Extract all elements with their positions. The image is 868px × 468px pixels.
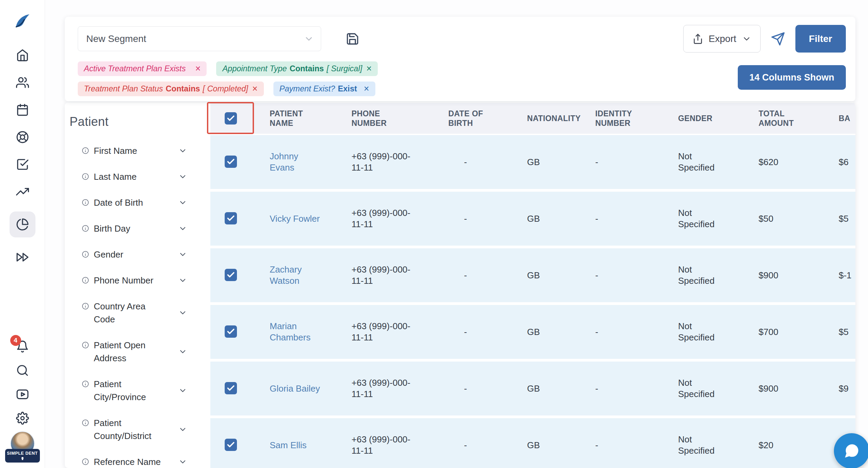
filter-field-phone-number[interactable]: Phone Number [70,267,210,293]
chip-remove-icon[interactable]: × [364,84,369,93]
row-checkbox[interactable] [225,156,237,168]
info-icon [82,341,89,349]
patient-name-link[interactable]: Marian Chambers [270,321,321,343]
nav-patients[interactable] [15,75,30,90]
chevron-down-icon [742,34,751,44]
chevron-down-icon[interactable] [178,425,187,434]
nav-tasks[interactable] [15,157,30,172]
chip-payment-exist: Payment Exist?Exist× [273,82,375,96]
save-segment-button[interactable] [346,32,359,46]
filter-field-last-name[interactable]: Last Name [70,164,210,190]
chevron-down-icon[interactable] [178,386,187,395]
filter-field-patient-city-province[interactable]: Patient City/Province [70,371,210,410]
chevron-down-icon[interactable] [178,250,187,259]
gender: Not Specified [678,207,721,230]
nav-home[interactable] [15,48,30,63]
chip-remove-icon[interactable]: × [366,64,372,73]
column-header-date-of-birth: DATE OF BIRTH [448,109,527,128]
nav-search[interactable] [15,363,30,378]
filter-field-country-area-code[interactable]: Country Area Code [70,293,210,332]
filter-field-patient-open-address[interactable]: Patient Open Address [70,332,210,371]
nav-fast-forward[interactable] [15,250,30,265]
nav-tutorials[interactable] [15,387,30,402]
filter-field-reference-name[interactable]: Reference Name [70,449,210,468]
profile-area[interactable]: SIMPLE DENT [4,431,41,468]
row-checkbox[interactable] [225,212,237,224]
chevron-down-icon[interactable] [178,224,187,233]
balance: $5 [839,213,855,224]
chip-remove-icon[interactable]: × [195,64,201,73]
table-row[interactable]: Sam Ellis +63 (999)-000-11-11 - GB - Not… [210,418,855,468]
nav-calendar[interactable] [15,102,30,117]
segment-select-value: New Segment [86,33,146,44]
row-checkbox[interactable] [225,269,237,281]
filter-field-patient-county-district[interactable]: Patient County/District [70,410,210,449]
table-row[interactable]: Zachary Watson +63 (999)-000-11-11 - GB … [210,248,855,302]
columns-shown-button[interactable]: 14 Columns Shown [738,65,846,90]
patient-name-link[interactable]: Sam Ellis [270,440,321,451]
table-row[interactable]: Marian Chambers +63 (999)-000-11-11 - GB… [210,305,855,359]
sidebar-bottom-nav: 4 [15,339,30,426]
balance: $6 [839,157,855,168]
phone-number: +63 (999)-000-11-11 [351,321,421,343]
chevron-down-icon[interactable] [178,276,187,285]
nationality: GB [527,440,595,451]
patient-name-link[interactable]: Johnny Evans [270,151,321,173]
info-icon [82,303,89,310]
row-checkbox[interactable] [225,439,237,451]
chevron-down-icon[interactable] [178,308,187,317]
filter-button[interactable]: Filter [795,25,846,53]
info-icon [82,199,89,206]
chevron-down-icon[interactable] [178,198,187,207]
export-button[interactable]: Export [683,25,761,53]
filter-field-date-of-birth[interactable]: Date of Birth [70,190,210,216]
balance: $-1 [839,270,855,281]
patient-name-link[interactable]: Vicky Fowler [270,213,321,224]
date-of-birth: - [448,157,527,168]
date-of-birth: - [448,440,527,451]
chevron-down-icon[interactable] [178,172,187,181]
nav-reports-active[interactable] [10,211,35,237]
table-row[interactable]: Johnny Evans +63 (999)-000-11-11 - GB - … [210,135,855,189]
table-row[interactable]: Gloria Bailey +63 (999)-000-11-11 - GB -… [210,362,855,415]
phone-number: +63 (999)-000-11-11 [351,377,421,400]
patient-name-link[interactable]: Gloria Bailey [270,383,321,394]
send-button[interactable] [771,32,785,46]
phone-number: +63 (999)-000-11-11 [351,434,421,456]
chevron-down-icon[interactable] [178,457,187,466]
search-icon [16,364,29,377]
filter-field-gender[interactable]: Gender [70,242,210,267]
date-of-birth: - [448,326,527,338]
table-row[interactable]: Vicky Fowler +63 (999)-000-11-11 - GB - … [210,192,855,246]
patient-filter-panel: Patient First Name Last Name Date of Bir… [65,102,210,468]
chat-launcher-button[interactable] [834,433,868,468]
nav-notifications[interactable]: 4 [15,339,30,354]
select-all-checkbox[interactable] [225,112,237,125]
nationality: GB [527,157,595,168]
check-icon [226,440,235,449]
support-icon [16,131,29,144]
segment-results-card: Patient First Name Last Name Date of Bir… [65,102,855,468]
total-amount: $20 [759,440,839,451]
nav-support[interactable] [15,130,30,145]
nationality: GB [527,326,595,338]
info-icon [82,380,89,387]
chevron-down-icon[interactable] [178,146,187,155]
row-checkbox[interactable] [225,382,237,394]
info-icon [82,419,89,426]
filter-field-first-name[interactable]: First Name [70,138,210,164]
nav-settings[interactable] [15,411,30,426]
gear-icon [16,412,29,425]
chevron-down-icon[interactable] [178,347,187,356]
nav-analytics[interactable] [15,184,30,199]
segment-select[interactable]: New Segment [78,26,321,51]
row-checkbox[interactable] [225,325,237,338]
identity-number: - [595,157,678,168]
filter-field-birth-day[interactable]: Birth Day [70,216,210,242]
chip-remove-icon[interactable]: × [252,84,258,93]
trending-up-icon [16,185,29,198]
patient-name-link[interactable]: Zachary Watson [270,264,321,287]
patients-icon [16,76,29,89]
check-icon [226,270,235,279]
table-body: Johnny Evans +63 (999)-000-11-11 - GB - … [210,135,855,468]
